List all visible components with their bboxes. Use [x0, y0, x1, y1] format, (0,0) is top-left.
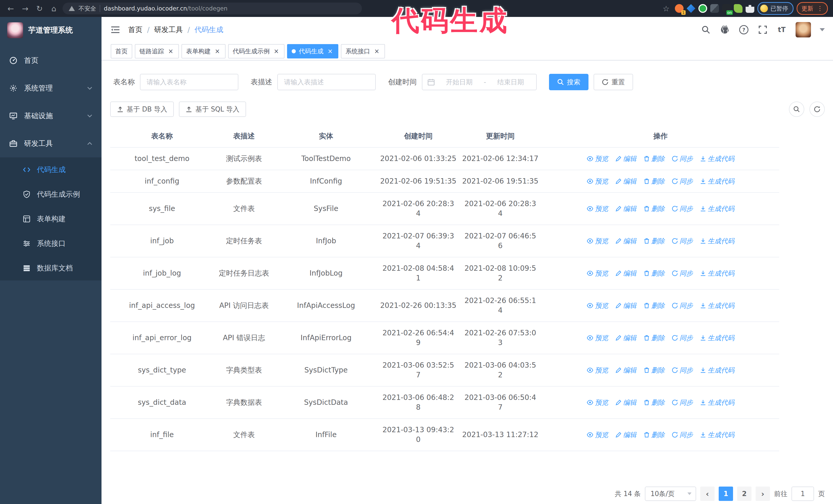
delete-link[interactable]: 删除: [644, 176, 665, 186]
import-sql-button[interactable]: 基于 SQL 导入: [179, 101, 246, 117]
extension-icon[interactable]: [687, 4, 695, 13]
edit-link[interactable]: 编辑: [615, 268, 636, 278]
sidebar-item-form-builder[interactable]: 表单构建: [0, 207, 101, 231]
preview-link[interactable]: 预览: [587, 204, 608, 214]
generate-code-link[interactable]: 生成代码: [700, 333, 734, 343]
tab-system-api[interactable]: 系统接口: [341, 44, 385, 58]
extension-icon[interactable]: [710, 4, 719, 13]
page-button-2[interactable]: 2: [737, 486, 752, 501]
sync-link[interactable]: 同步: [672, 268, 693, 278]
delete-link[interactable]: 删除: [644, 204, 665, 214]
show-search-button[interactable]: [789, 101, 804, 117]
generate-code-link[interactable]: 生成代码: [700, 365, 734, 375]
tab-codegen-demo[interactable]: 代码生成示例: [228, 44, 285, 58]
extension-icon[interactable]: [698, 4, 707, 13]
generate-code-link[interactable]: 生成代码: [700, 430, 734, 440]
sync-link[interactable]: 同步: [672, 301, 693, 310]
delete-link[interactable]: 删除: [644, 333, 665, 343]
sync-link[interactable]: 同步: [672, 176, 693, 186]
delete-link[interactable]: 删除: [644, 430, 665, 440]
generate-code-link[interactable]: 生成代码: [700, 154, 734, 164]
delete-link[interactable]: 删除: [644, 398, 665, 407]
close-icon[interactable]: [327, 48, 334, 55]
close-icon[interactable]: [373, 48, 380, 55]
preview-link[interactable]: 预览: [587, 365, 608, 375]
tab-home[interactable]: 首页: [111, 44, 132, 58]
delete-link[interactable]: 删除: [644, 301, 665, 310]
help-icon[interactable]: [739, 25, 749, 35]
sync-link[interactable]: 同步: [672, 204, 693, 214]
edit-link[interactable]: 编辑: [615, 154, 636, 164]
preview-link[interactable]: 预览: [587, 301, 608, 310]
browser-menu-icon[interactable]: [817, 5, 823, 12]
end-date-placeholder[interactable]: 结束日期: [490, 78, 531, 87]
edit-link[interactable]: 编辑: [615, 236, 636, 246]
edit-link[interactable]: 编辑: [615, 204, 636, 214]
sync-link[interactable]: 同步: [672, 236, 693, 246]
sidebar-item-home[interactable]: 首页: [0, 47, 101, 74]
sidebar-item-infrastructure[interactable]: 基础设施: [0, 102, 101, 130]
date-range-picker[interactable]: 开始日期 - 结束日期: [422, 74, 537, 90]
edit-link[interactable]: 编辑: [615, 176, 636, 186]
close-icon[interactable]: [214, 48, 221, 55]
prev-page-button[interactable]: [700, 486, 715, 501]
tab-form-builder[interactable]: 表单构建: [182, 44, 225, 58]
sidebar-item-codegen-demo[interactable]: 代码生成示例: [0, 182, 101, 207]
breadcrumb-home[interactable]: 首页: [128, 25, 143, 34]
sidebar-item-dev-tools[interactable]: 研发工具: [0, 130, 101, 158]
generate-code-link[interactable]: 生成代码: [700, 176, 734, 186]
page-size-select[interactable]: 10条/页: [645, 486, 696, 501]
sidebar-item-system[interactable]: 系统管理: [0, 74, 101, 102]
preview-link[interactable]: 预览: [587, 268, 608, 278]
generate-code-link[interactable]: 生成代码: [700, 268, 734, 278]
chevron-down-icon[interactable]: [820, 28, 825, 31]
close-icon[interactable]: [273, 48, 280, 55]
preview-link[interactable]: 预览: [587, 398, 608, 407]
search-icon[interactable]: [701, 25, 711, 35]
extension-icon[interactable]: on: [722, 4, 731, 13]
address-bar[interactable]: 不安全 dashboard.yudao.iocoder.cn/tool/code…: [63, 3, 362, 14]
table-name-input[interactable]: [140, 74, 238, 90]
extension-icon[interactable]: [734, 4, 742, 13]
generate-code-link[interactable]: 生成代码: [700, 398, 734, 407]
reset-button[interactable]: 重置: [594, 74, 633, 90]
next-page-button[interactable]: [756, 486, 770, 501]
sync-link[interactable]: 同步: [672, 365, 693, 375]
edit-link[interactable]: 编辑: [615, 365, 636, 375]
sync-link[interactable]: 同步: [672, 154, 693, 164]
extension-icon[interactable]: 1: [675, 4, 684, 13]
sync-link[interactable]: 同步: [672, 430, 693, 440]
breadcrumb-dev-tools[interactable]: 研发工具: [154, 25, 183, 34]
sync-link[interactable]: 同步: [672, 398, 693, 407]
edit-link[interactable]: 编辑: [615, 301, 636, 310]
browser-home-icon[interactable]: [48, 3, 60, 14]
sidebar-item-db-doc[interactable]: 数据库文档: [0, 256, 101, 281]
browser-reload-icon[interactable]: [34, 3, 45, 14]
search-button[interactable]: 搜索: [549, 74, 589, 90]
extensions-puzzle-icon[interactable]: [745, 4, 754, 13]
edit-link[interactable]: 编辑: [615, 333, 636, 343]
goto-page-input[interactable]: [791, 486, 814, 501]
bookmark-star-icon[interactable]: [661, 3, 672, 14]
generate-code-link[interactable]: 生成代码: [700, 204, 734, 214]
browser-forward-icon[interactable]: [20, 3, 31, 14]
tab-trace[interactable]: 链路追踪: [135, 44, 179, 58]
refresh-table-button[interactable]: [809, 101, 825, 117]
sync-link[interactable]: 同步: [672, 333, 693, 343]
browser-back-icon[interactable]: [5, 3, 17, 14]
preview-link[interactable]: 预览: [587, 430, 608, 440]
profile-paused-badge[interactable]: 已暂停: [757, 2, 793, 15]
tab-codegen[interactable]: 代码生成: [287, 44, 338, 58]
delete-link[interactable]: 删除: [644, 268, 665, 278]
edit-link[interactable]: 编辑: [615, 398, 636, 407]
sidebar-item-codegen[interactable]: 代码生成: [0, 158, 101, 182]
preview-link[interactable]: 预览: [587, 154, 608, 164]
generate-code-link[interactable]: 生成代码: [700, 301, 734, 310]
generate-code-link[interactable]: 生成代码: [700, 236, 734, 246]
preview-link[interactable]: 预览: [587, 236, 608, 246]
delete-link[interactable]: 删除: [644, 154, 665, 164]
delete-link[interactable]: 删除: [644, 365, 665, 375]
edit-link[interactable]: 编辑: [615, 430, 636, 440]
preview-link[interactable]: 预览: [587, 333, 608, 343]
fullscreen-icon[interactable]: [758, 25, 768, 35]
